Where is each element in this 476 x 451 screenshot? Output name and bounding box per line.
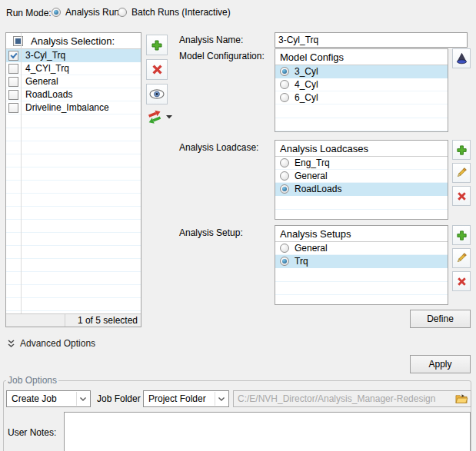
pencil-icon bbox=[455, 252, 468, 264]
list-item[interactable]: 6_Cyl bbox=[275, 91, 448, 104]
job-options-legend: Job Options bbox=[6, 375, 58, 386]
list-item-label: 3-Cyl_Trq bbox=[25, 50, 65, 61]
list-item-label: RoadLoads bbox=[295, 184, 341, 194]
radio-icon[interactable] bbox=[280, 257, 289, 266]
swap-arrows-icon bbox=[146, 109, 163, 124]
list-item-label: 6_Cyl bbox=[295, 92, 318, 103]
list-item[interactable]: Driveline_Imbalance bbox=[6, 101, 141, 114]
list-item-label: Driveline_Imbalance bbox=[25, 102, 109, 113]
job-folder-value: Project Folder bbox=[148, 393, 206, 404]
list-item-label: 4_Cyl bbox=[295, 79, 318, 90]
chevron-down-icon bbox=[215, 392, 228, 406]
model-view-button[interactable] bbox=[452, 48, 471, 68]
radio-icon[interactable] bbox=[280, 67, 289, 76]
x-cross-icon bbox=[457, 277, 467, 287]
radio-icon[interactable] bbox=[280, 158, 289, 167]
run-mode-radio-batch-runs[interactable]: Batch Runs (Interactive) bbox=[118, 7, 231, 18]
plus-icon bbox=[151, 39, 163, 51]
analysis-selection-list: Analysis Selection: 3-Cyl_Trq 4_CYl_Trq … bbox=[5, 32, 141, 327]
radio-icon[interactable] bbox=[280, 184, 289, 194]
advanced-options-label: Advanced Options bbox=[20, 338, 95, 349]
add-loadcase-button[interactable] bbox=[452, 140, 471, 160]
radio-icon[interactable] bbox=[280, 80, 289, 89]
list-item[interactable]: 4_CYl_Trq bbox=[6, 62, 141, 75]
list-item-label: General bbox=[295, 171, 328, 181]
list-item[interactable]: RoadLoads bbox=[6, 88, 141, 101]
job-path-field: C:/E/NVH_Director/Analysis_Manager-Redes… bbox=[233, 390, 471, 407]
empty-rows-area bbox=[275, 197, 448, 219]
preview-analysis-button[interactable] bbox=[146, 84, 168, 104]
analysis-setup-label: Analysis Setup: bbox=[179, 227, 243, 238]
list-item-label: General bbox=[25, 76, 58, 87]
job-folder-label: Job Folder bbox=[97, 393, 141, 404]
select-all-checkbox[interactable] bbox=[13, 36, 23, 46]
radio-icon[interactable] bbox=[280, 171, 289, 181]
define-button[interactable]: Define bbox=[410, 310, 471, 328]
plus-icon bbox=[456, 144, 468, 156]
run-mode-option-label: Batch Runs (Interactive) bbox=[131, 7, 231, 18]
model-configuration-label: Model Configuration: bbox=[179, 51, 265, 61]
analysis-setups-header: Analysis Setups bbox=[275, 226, 448, 242]
browse-folder-button[interactable] bbox=[452, 393, 471, 404]
analysis-loadcases-list: Analysis Loadcases Eng_Trq General RoadL… bbox=[275, 140, 448, 220]
list-item[interactable]: 3_Cyl bbox=[275, 65, 448, 78]
delete-analysis-button[interactable] bbox=[146, 59, 168, 80]
user-notes-textarea[interactable] bbox=[64, 412, 471, 451]
list-item[interactable]: RoadLoads bbox=[275, 183, 448, 196]
cone-3d-icon bbox=[455, 52, 468, 65]
list-item[interactable]: 4_Cyl bbox=[275, 78, 448, 91]
column-divider bbox=[21, 33, 22, 313]
analysis-name-label: Analysis Name: bbox=[179, 35, 243, 45]
list-item[interactable]: General bbox=[275, 242, 448, 255]
pencil-icon bbox=[455, 167, 468, 179]
model-configs-header: Model Configs bbox=[275, 49, 448, 65]
job-path-value: C:/E/NVH_Director/Analysis_Manager-Redes… bbox=[238, 393, 452, 404]
advanced-options-toggle[interactable]: Advanced Options bbox=[8, 338, 95, 349]
list-item-label: 4_CYl_Trq bbox=[25, 63, 69, 74]
job-action-value: Create Job bbox=[12, 393, 57, 404]
x-cross-icon bbox=[457, 191, 467, 201]
edit-loadcase-button[interactable] bbox=[452, 163, 471, 183]
radio-icon bbox=[52, 8, 61, 17]
analysis-name-input[interactable] bbox=[275, 32, 468, 48]
job-action-combobox[interactable]: Create Job bbox=[6, 390, 91, 407]
add-analysis-button[interactable] bbox=[146, 35, 168, 55]
add-setup-button[interactable] bbox=[452, 225, 471, 245]
list-item-label: RoadLoads bbox=[25, 89, 72, 100]
analysis-manager-panel: Run Mode: Analysis Run Batch Runs (Inter… bbox=[0, 0, 476, 451]
row-checkbox[interactable] bbox=[8, 51, 18, 61]
run-mode-option-label: Analysis Run bbox=[65, 7, 119, 18]
row-checkbox[interactable] bbox=[8, 77, 18, 87]
list-item[interactable]: 3-Cyl_Trq bbox=[6, 49, 141, 62]
analysis-loadcase-label: Analysis Loadcase: bbox=[179, 142, 258, 153]
list-item[interactable]: Trq bbox=[275, 255, 448, 268]
radio-icon[interactable] bbox=[280, 93, 289, 102]
empty-rows-area bbox=[6, 115, 141, 313]
radio-icon[interactable] bbox=[280, 244, 289, 253]
double-chevron-down-icon bbox=[8, 340, 15, 348]
footer-divider bbox=[65, 314, 65, 327]
selection-count: 1 of 5 selected bbox=[78, 315, 138, 326]
analysis-loadcases-header: Analysis Loadcases bbox=[275, 141, 448, 157]
list-item[interactable]: General bbox=[6, 75, 141, 88]
x-cross-icon bbox=[151, 64, 163, 75]
edit-setup-button[interactable] bbox=[452, 248, 471, 268]
run-mode-label: Run Mode: bbox=[6, 8, 52, 18]
job-folder-combobox[interactable]: Project Folder bbox=[143, 390, 229, 407]
row-checkbox[interactable] bbox=[8, 103, 18, 113]
run-mode-radio-analysis-run[interactable]: Analysis Run bbox=[52, 7, 119, 18]
list-item[interactable]: General bbox=[275, 170, 448, 183]
chevron-down-icon bbox=[76, 392, 89, 406]
selection-status-bar: 1 of 5 selected bbox=[6, 313, 141, 327]
list-item-label: Eng_Trq bbox=[295, 158, 330, 168]
list-item[interactable]: Eng_Trq bbox=[275, 157, 448, 170]
row-checkbox[interactable] bbox=[8, 64, 18, 74]
delete-loadcase-button[interactable] bbox=[452, 186, 471, 206]
row-checkbox[interactable] bbox=[8, 90, 18, 100]
plus-icon bbox=[456, 230, 468, 241]
swap-analysis-button[interactable] bbox=[146, 109, 172, 124]
apply-button[interactable]: Apply bbox=[410, 355, 471, 373]
folder-open-icon bbox=[455, 393, 468, 404]
analysis-selection-header-label: Analysis Selection: bbox=[31, 35, 115, 47]
delete-setup-button[interactable] bbox=[452, 271, 471, 291]
